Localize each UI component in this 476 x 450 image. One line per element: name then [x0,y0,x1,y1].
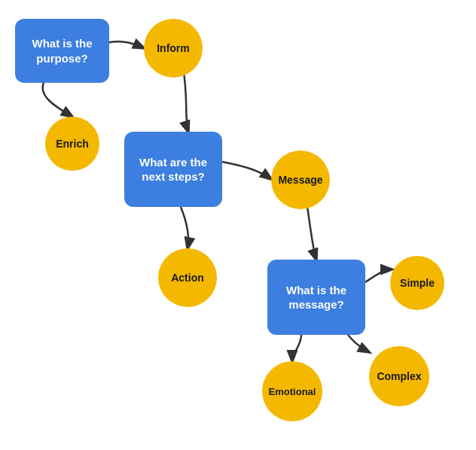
complex-circle: Complex [369,346,429,406]
purpose-box: What is the purpose? [15,19,109,83]
next-steps-box: What are the next steps? [124,132,222,207]
inform-circle: Inform [144,19,203,78]
message-circle: Message [271,151,330,209]
enrich-circle: Enrich [45,117,99,171]
action-circle: Action [158,248,217,307]
diagram: What is the purpose? Enrich Inform What … [0,0,476,450]
simple-circle: Simple [390,256,444,310]
message-box: What is the message? [267,260,365,335]
emotional-circle: Emotional [262,361,322,421]
